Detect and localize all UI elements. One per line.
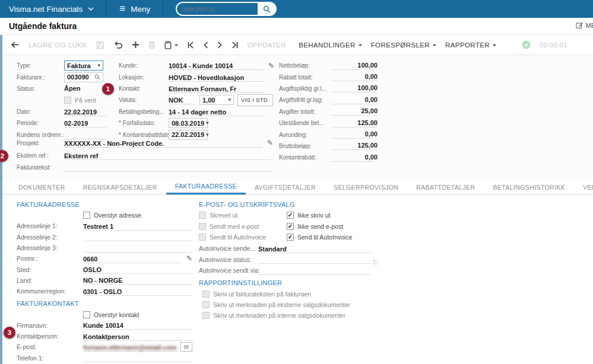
override-address-label: Overstyr adresse	[94, 212, 141, 219]
type-select[interactable]: Faktura ▾	[64, 60, 103, 71]
dont-print-checkbox[interactable]	[287, 212, 294, 219]
autoinvoice-sent-via-input[interactable]	[258, 266, 371, 275]
last-record-button[interactable]	[232, 41, 239, 49]
send-to-autoinvoice-checkbox[interactable]	[287, 234, 294, 241]
behandlinger-label: BEHANDLINGER	[299, 41, 356, 49]
currency-rate-select[interactable]: 1,00 ▾	[199, 95, 234, 105]
search-button[interactable]	[258, 3, 275, 15]
previous-record-button[interactable]	[203, 41, 208, 49]
total-value: 125,00	[331, 119, 378, 127]
country-input[interactable]: NO - NORGE	[83, 276, 192, 285]
due-date-select[interactable]: 08.03.2019 ▾	[169, 118, 208, 128]
city-input[interactable]: OSLO	[83, 265, 192, 274]
phone1-input[interactable]	[83, 353, 192, 362]
edit-customer-pencil-icon[interactable]: ✎	[268, 62, 274, 69]
address-line3-input[interactable]	[83, 244, 192, 253]
currency-code-input[interactable]: NOK	[169, 95, 196, 104]
send-email-button[interactable]: ✉	[180, 342, 192, 352]
payment-terms-input[interactable]: 14 - 14 dager netto	[169, 107, 265, 116]
invoice-number-value: 003090	[67, 74, 89, 81]
tab-dokumenter[interactable]: DOKUMENTER	[9, 180, 74, 194]
date-input[interactable]: 22.02.2019	[64, 107, 107, 116]
edit-postal-code-pencil-icon[interactable]: ✎	[186, 255, 192, 262]
print-note-internal-checkbox[interactable]	[202, 312, 210, 319]
search-input[interactable]	[177, 3, 258, 15]
trash-icon	[148, 41, 156, 49]
delete-button[interactable]	[148, 41, 156, 49]
project-input[interactable]: XXXXXX-XX - Non-Project Code.	[64, 139, 262, 148]
dont-email-checkbox[interactable]	[287, 223, 294, 230]
total-value: 100,00	[331, 62, 378, 70]
total-label: Nettobeløp:	[279, 62, 331, 69]
on-hold-checkbox[interactable]	[64, 97, 71, 104]
invoice-text-input[interactable]	[64, 163, 273, 172]
tab-selgerprovisjon[interactable]: SELGERPROVISJON	[325, 180, 407, 194]
print-note-external-checkbox[interactable]	[202, 301, 210, 308]
back-button[interactable]	[11, 41, 20, 49]
postal-code-input[interactable]: 0660	[83, 254, 182, 263]
behandlinger-menu[interactable]: BEHANDLINGER	[299, 41, 362, 49]
tab-betalingshistorikk[interactable]: BETALINGSHISTORIKK	[484, 180, 574, 194]
override-address-checkbox[interactable]	[83, 212, 90, 219]
lookup-magnifier-icon[interactable]	[94, 74, 100, 80]
autoinvoice-send-input[interactable]: Standard	[258, 244, 371, 253]
next-record-button[interactable]	[217, 41, 223, 49]
print-invoice-text-checkbox[interactable]	[202, 290, 210, 298]
total-label: Avrunding:	[279, 132, 331, 138]
rapporter-menu[interactable]: RAPPORTER	[445, 41, 496, 49]
printed-checkbox[interactable]	[199, 212, 206, 219]
undo-button[interactable]	[113, 41, 123, 49]
print-options-section-title: E-POST- OG UTSKRIFTSVALG	[199, 199, 404, 210]
top-navigation-bar: Visma.net Financials ≡ Meny	[0, 0, 593, 18]
save-and-close-button[interactable]: LAGRE OG LUKK	[28, 41, 87, 49]
contact-input[interactable]: Etternavn Fornavn, Fr	[169, 84, 265, 93]
period-input[interactable]: 02-2019	[64, 119, 107, 127]
fakturaadresse-tab-content: FAKTURAADRESSE Overstyr adresse Adressel…	[0, 195, 593, 364]
emailed-checkbox[interactable]	[199, 223, 206, 230]
override-contact-label: Overstyr kontakt	[94, 311, 139, 318]
global-search[interactable]	[176, 2, 277, 16]
municipality-input[interactable]: 0301 - OSLO	[83, 287, 192, 296]
tab-fakturaadresse[interactable]: FAKTURAADRESSE	[166, 180, 246, 194]
first-record-button[interactable]	[187, 41, 194, 49]
address-line2-input[interactable]	[83, 232, 192, 241]
note-edit-icon	[576, 21, 584, 29]
dont-email-label: Ikke send e-post	[297, 223, 343, 230]
go-last-icon	[232, 41, 239, 49]
tab-vedlegg[interactable]: VEDLEGG	[574, 180, 593, 194]
notes-button[interactable]: ME	[576, 21, 593, 29]
tab-avgiftsdetaljer[interactable]: AVGIFTSDETALJER	[246, 180, 325, 194]
sent-to-autoinvoice-checkbox[interactable]	[199, 234, 206, 241]
view-in-base-currency-button[interactable]: VIS I STD.	[237, 94, 273, 106]
chevron-down-icon: ▾	[204, 120, 209, 126]
autoinvoice-sent-via-label: AutoInvoice sendt via:	[199, 267, 258, 274]
brand-menu[interactable]: Visma.net Financials	[0, 0, 106, 18]
save-floppy-icon	[96, 41, 104, 49]
print-options-column: E-POST- OG UTSKRIFTSVALG Skrevet ut Ikke…	[199, 199, 404, 321]
notes-button-label: ME	[586, 22, 593, 29]
copy-paste-button[interactable]	[164, 41, 178, 49]
email-input[interactable]: fornavn.etternavn@email.com	[83, 343, 178, 352]
edit-project-pencil-icon[interactable]: ✎	[267, 139, 273, 146]
invoice-number-input[interactable]: 003090	[64, 72, 103, 82]
company-name-input[interactable]: Kunde 10014	[83, 321, 192, 330]
external-ref-input[interactable]: Ekstern ref	[64, 151, 271, 160]
contact-person-input[interactable]: Kontaktperson	[83, 332, 192, 341]
override-contact-checkbox[interactable]	[83, 311, 90, 318]
autoinvoice-status-label: AutoInvoice status:	[199, 256, 258, 263]
update-button[interactable]: OPPDATER	[248, 41, 287, 49]
location-input[interactable]: HOVED - Hovedlokasjon	[169, 73, 265, 82]
tab-rabattdetaljer[interactable]: RABATTDETALJER	[407, 180, 484, 194]
foresporsler-menu[interactable]: FORESPØRSLER	[371, 41, 436, 49]
print-invoice-text-label: Skriv ut fakturateksten på fakturaen	[213, 290, 311, 298]
resize-grip-icon[interactable]	[373, 260, 378, 265]
autoinvoice-status-input[interactable]	[258, 255, 371, 264]
main-menu-button[interactable]: ≡ Meny	[106, 0, 163, 18]
autoinvoice-send-label: AutoInvoice sende...	[199, 245, 258, 252]
tab-regnskapsdetaljer[interactable]: REGNSKAPSDETALJER	[74, 180, 166, 194]
save-button[interactable]	[96, 41, 104, 49]
chevron-down-icon: ▾	[226, 97, 231, 103]
address-line1-input[interactable]: Testreet 1	[83, 222, 192, 231]
add-record-button[interactable]	[132, 41, 139, 49]
customer-input[interactable]: 10014 - Kunde 10014	[169, 61, 264, 70]
